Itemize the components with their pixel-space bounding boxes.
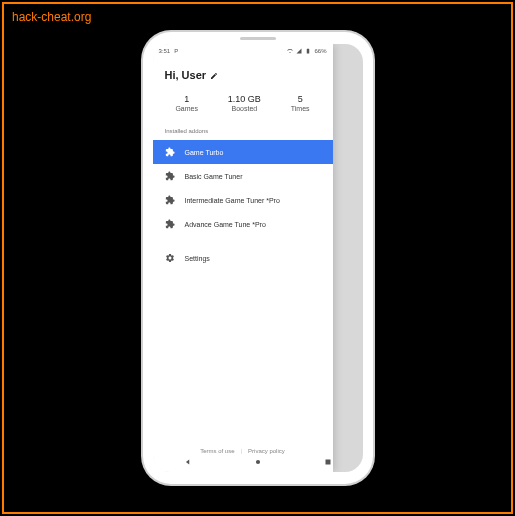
puzzle-icon bbox=[165, 171, 175, 181]
status-bar: 3:51 P bbox=[153, 44, 333, 58]
background-layer bbox=[333, 44, 363, 472]
navigation-drawer: 3:51 P bbox=[153, 44, 333, 472]
watermark: hack-cheat.org bbox=[12, 10, 91, 24]
menu-label: Game Turbo bbox=[185, 149, 321, 156]
stat-games: 1 Games bbox=[175, 94, 198, 112]
stats-row: 1 Games 1.10 GB Boosted 5 Times bbox=[153, 88, 333, 124]
section-header: Installed addons bbox=[153, 124, 333, 140]
status-time: 3:51 bbox=[159, 48, 171, 54]
stat-value: 1.10 GB bbox=[228, 94, 261, 104]
android-nav-bar bbox=[153, 452, 363, 472]
stat-value: 5 bbox=[298, 94, 303, 104]
menu-item-game-turbo[interactable]: Game Turbo bbox=[153, 140, 333, 164]
puzzle-icon bbox=[165, 219, 175, 229]
stat-label: Games bbox=[175, 105, 198, 112]
menu-label: Intermediate Game Tuner *Pro bbox=[185, 197, 321, 204]
stat-label: Boosted bbox=[232, 105, 258, 112]
puzzle-icon bbox=[165, 195, 175, 205]
stat-value: 1 bbox=[184, 94, 189, 104]
gear-icon bbox=[165, 253, 175, 263]
greeting-text: Hi, User bbox=[165, 69, 207, 81]
menu-item-intermediate-tuner[interactable]: Intermediate Game Tuner *Pro bbox=[153, 188, 333, 212]
menu-item-settings[interactable]: Settings bbox=[153, 246, 333, 270]
stat-times: 5 Times bbox=[291, 94, 310, 112]
menu-label: Settings bbox=[185, 255, 321, 262]
menu-item-advance-tune[interactable]: Advance Game Tune *Pro bbox=[153, 212, 333, 236]
battery-percent: 66% bbox=[314, 48, 326, 54]
menu-label: Advance Game Tune *Pro bbox=[185, 221, 321, 228]
edit-icon[interactable] bbox=[210, 66, 218, 84]
menu-item-basic-tuner[interactable]: Basic Game Tuner bbox=[153, 164, 333, 188]
addon-menu: Game Turbo Basic Game Tuner bbox=[153, 140, 333, 270]
battery-icon bbox=[305, 48, 311, 55]
wifi-icon bbox=[287, 48, 293, 55]
nav-back-button[interactable] bbox=[183, 453, 193, 471]
phone-speaker bbox=[240, 37, 276, 40]
phone-frame: 3:51 P bbox=[143, 32, 373, 484]
svg-rect-1 bbox=[325, 460, 330, 465]
puzzle-icon bbox=[165, 147, 175, 157]
stat-boosted: 1.10 GB Boosted bbox=[228, 94, 261, 112]
status-app-icon: P bbox=[174, 48, 178, 54]
nav-home-button[interactable] bbox=[253, 453, 263, 471]
svg-point-0 bbox=[255, 460, 259, 464]
signal-icon bbox=[296, 48, 302, 55]
nav-recent-button[interactable] bbox=[323, 453, 333, 471]
stat-label: Times bbox=[291, 105, 310, 112]
menu-label: Basic Game Tuner bbox=[185, 173, 321, 180]
